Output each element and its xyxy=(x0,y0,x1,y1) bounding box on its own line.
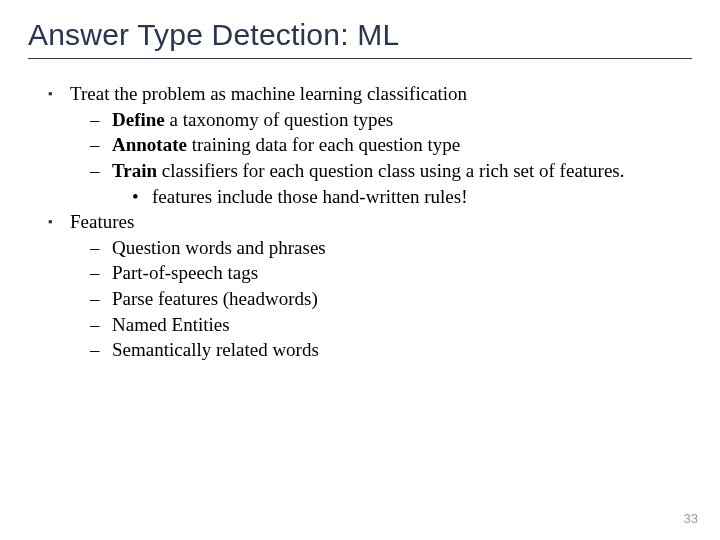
bullet-lvl2: – Annotate training data for each questi… xyxy=(34,132,692,158)
bullet-text: Train classifiers for each question clas… xyxy=(112,158,692,184)
bullet-lvl2: – Parse features (headwords) xyxy=(34,286,692,312)
dash-bullet-icon: – xyxy=(90,286,112,312)
dash-bullet-icon: – xyxy=(90,158,112,184)
dash-bullet-icon: – xyxy=(90,312,112,338)
bullet-text: Treat the problem as machine learning cl… xyxy=(70,81,692,107)
dot-bullet-icon: • xyxy=(132,184,152,210)
bullet-text: Semantically related words xyxy=(112,337,692,363)
bullet-text: Define a taxonomy of question types xyxy=(112,107,692,133)
bullet-text: features include those hand-written rule… xyxy=(152,184,692,210)
bullet-lvl2: – Named Entities xyxy=(34,312,692,338)
bullet-lvl2: – Question words and phrases xyxy=(34,235,692,261)
bullet-lvl3: • features include those hand-written ru… xyxy=(34,184,692,210)
page-number: 33 xyxy=(684,511,698,526)
bullet-text: Named Entities xyxy=(112,312,692,338)
bullet-text: Part-of-speech tags xyxy=(112,260,692,286)
slide-body: ▪ Treat the problem as machine learning … xyxy=(28,81,692,363)
bullet-lvl1: ▪ Features xyxy=(34,209,692,235)
dash-bullet-icon: – xyxy=(90,235,112,261)
square-bullet-icon: ▪ xyxy=(48,209,70,235)
bullet-text: Features xyxy=(70,209,692,235)
dash-bullet-icon: – xyxy=(90,132,112,158)
bullet-text: Parse features (headwords) xyxy=(112,286,692,312)
bullet-text: Annotate training data for each question… xyxy=(112,132,692,158)
bullet-text: Question words and phrases xyxy=(112,235,692,261)
bullet-lvl2: – Train classifiers for each question cl… xyxy=(34,158,692,184)
bullet-lvl2: – Define a taxonomy of question types xyxy=(34,107,692,133)
bullet-lvl2: – Semantically related words xyxy=(34,337,692,363)
dash-bullet-icon: – xyxy=(90,107,112,133)
bullet-lvl2: – Part-of-speech tags xyxy=(34,260,692,286)
dash-bullet-icon: – xyxy=(90,337,112,363)
slide-title: Answer Type Detection: ML xyxy=(28,18,692,59)
dash-bullet-icon: – xyxy=(90,260,112,286)
bullet-lvl1: ▪ Treat the problem as machine learning … xyxy=(34,81,692,107)
square-bullet-icon: ▪ xyxy=(48,81,70,107)
